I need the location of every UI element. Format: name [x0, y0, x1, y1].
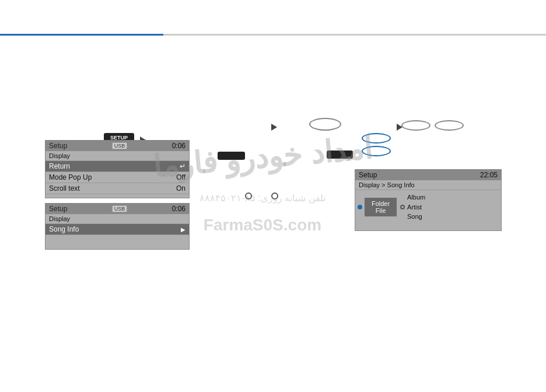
panel3-file: File	[376, 207, 386, 214]
panel1-scroll-value: On	[176, 184, 186, 192]
panel1-row-scroll: Scroll text On	[46, 183, 189, 194]
oval-right-2	[435, 120, 464, 131]
right-pill	[327, 150, 353, 159]
panel1-mode-label: Mode Pop Up	[49, 173, 92, 181]
panel1-return-label: Return	[49, 162, 70, 170]
panel2-usb: USB	[112, 205, 128, 212]
panel2-title: Setup	[49, 205, 67, 213]
panel2-songinfo-label: Song Info	[49, 225, 79, 233]
panel3-header: Setup 22:05	[355, 170, 501, 180]
panel1-title: Setup	[49, 142, 67, 150]
panel1-header: Setup USB 0:06	[46, 141, 189, 151]
panel3-time: 22:05	[480, 171, 498, 179]
panel2-subheader: Display	[46, 214, 189, 224]
panel1-mode-value: Off	[176, 173, 186, 181]
panel3-right-option: Album Artist Song	[400, 192, 425, 222]
mid-pill	[222, 152, 245, 160]
panel2-row-songinfo[interactable]: Song Info ▶	[46, 224, 189, 235]
panel3-left-option: Folder File	[358, 192, 397, 222]
panel3-song: Song	[407, 212, 425, 222]
panel1-row-mode: Mode Pop Up Off	[46, 172, 189, 183]
oval-blue-1	[362, 133, 391, 144]
panel3-folder-file: Folder File	[365, 198, 397, 216]
panel3-folder: Folder	[372, 200, 390, 207]
panel3-radio-right[interactable]	[400, 205, 405, 209]
panel1-scroll-label: Scroll text	[49, 184, 80, 192]
oval-1	[309, 118, 341, 131]
panel1-usb: USB	[112, 142, 128, 149]
panel1-subheader: Display	[46, 151, 189, 161]
circle-mid-2	[271, 192, 278, 200]
panel2-header: Setup USB 0:06	[46, 204, 189, 214]
panel3-album-artist-song: Album Artist Song	[407, 192, 425, 222]
panel1-time: 0:06	[172, 142, 186, 150]
top-divider-line	[0, 34, 546, 36]
panel1-return-icon: ↵	[180, 162, 186, 170]
panel-display-return: Setup USB 0:06 Display Return ↵ Mode Pop…	[45, 140, 190, 198]
circle-mid-1	[245, 192, 252, 200]
oval-right-1	[401, 120, 430, 131]
panel3-breadcrumb: Display > Song Info	[355, 180, 501, 190]
panel-display-songinfo: Setup USB 0:06 Display Song Info ▶	[45, 203, 190, 250]
panel2-songinfo-arrow: ▶	[181, 226, 186, 233]
panel3-album: Album	[407, 192, 425, 202]
panel-songinfo-detail: Setup 22:05 Display > Song Info Folder F…	[355, 169, 502, 231]
panel2-time: 0:06	[172, 205, 186, 213]
panel3-title: Setup	[359, 171, 377, 179]
arrow-mid	[271, 124, 277, 131]
arrow-right-2	[397, 124, 402, 131]
panel3-radio-left[interactable]	[358, 205, 362, 209]
panel3-body: Folder File Album Artist Song	[355, 190, 501, 224]
panel1-row-return[interactable]: Return ↵	[46, 161, 189, 172]
oval-blue-2	[362, 146, 391, 156]
panel3-artist: Artist	[407, 202, 425, 212]
